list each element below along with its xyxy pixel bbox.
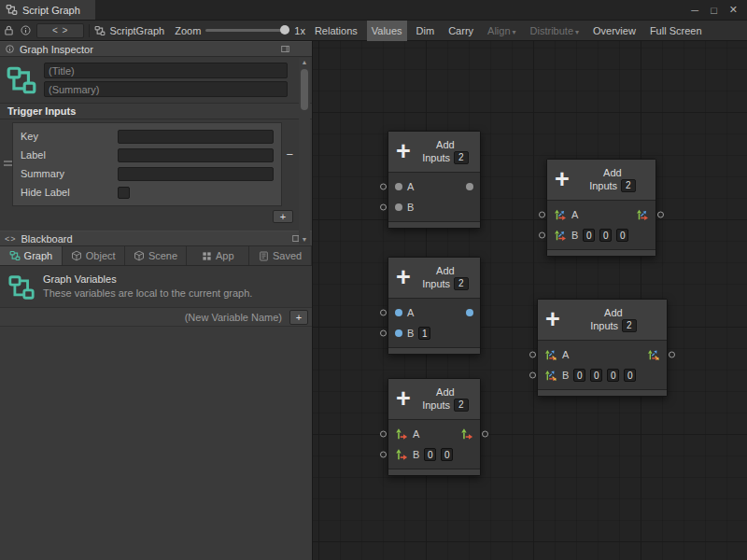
key-label: Key (21, 131, 118, 142)
input-port[interactable] (380, 309, 387, 315)
node-add-inputs-vector4[interactable]: + Add Inputs2 A (537, 299, 668, 397)
inspector-scrollbar[interactable]: ▲ ▼ (299, 58, 310, 245)
input-port[interactable] (380, 451, 387, 457)
trigger-input-item: Key Label Summary Hide Label (12, 122, 282, 206)
value-field[interactable]: 0 (607, 369, 619, 382)
app-tab-icon (202, 251, 212, 261)
node-add-inputs-generic[interactable]: + Add Inputs2 A (388, 131, 481, 229)
minimize-button[interactable]: ─ (691, 5, 698, 16)
node-header: + Add Inputs2 (547, 160, 655, 201)
graph-title-block (0, 57, 312, 103)
tab-graph[interactable]: Graph (0, 246, 63, 265)
distribute-dropdown[interactable]: Distribute▾ (526, 21, 584, 41)
dock-window-icon[interactable] (280, 44, 290, 54)
tab-app[interactable]: App (187, 246, 249, 265)
scrollbar-thumb[interactable] (301, 69, 308, 110)
chevron-down-icon: ▾ (513, 28, 516, 36)
port-label: B (562, 370, 569, 381)
carry-button[interactable]: Carry (444, 21, 478, 41)
port-row-a: A (554, 204, 649, 225)
key-input[interactable] (118, 130, 274, 144)
relations-button[interactable]: Relations (310, 21, 362, 41)
input-count-field[interactable]: 2 (454, 151, 469, 164)
graph-asset-label[interactable]: ScriptGraph (94, 25, 170, 36)
scroll-up-arrow[interactable]: ▲ (302, 58, 308, 67)
close-button[interactable]: ✕ (729, 4, 738, 16)
scroll-down-arrow[interactable]: ▼ (302, 235, 308, 245)
input-count-field[interactable]: 2 (621, 179, 636, 192)
input-port[interactable] (529, 371, 536, 378)
port-label: B (407, 202, 414, 213)
summary-input[interactable] (118, 167, 274, 181)
value-field[interactable]: 0 (616, 229, 628, 242)
dim-button[interactable]: Dim (412, 21, 440, 41)
zoom-handle[interactable] (280, 25, 289, 35)
port-label: B (407, 328, 414, 339)
generic-port-dot[interactable] (395, 183, 402, 190)
input-port[interactable] (539, 211, 545, 217)
add-trigger-input-button[interactable]: + (273, 210, 293, 223)
graph-summary-input[interactable] (44, 81, 288, 97)
zoom-slider[interactable] (205, 29, 289, 32)
node-add-inputs-float[interactable]: + Add Inputs2 A (388, 257, 481, 355)
number-port-dot[interactable] (466, 309, 473, 316)
graph-canvas[interactable]: + Add Inputs2 A (313, 41, 747, 560)
generic-port-dot[interactable] (395, 203, 402, 211)
node-footer (388, 469, 480, 475)
summary-row: Summary (21, 164, 274, 183)
output-port[interactable] (657, 211, 664, 217)
value-field[interactable]: 0 (441, 448, 453, 461)
output-port[interactable] (669, 351, 675, 357)
full-screen-button[interactable]: Full Screen (645, 21, 707, 41)
graph-title-input[interactable] (44, 63, 288, 78)
value-field[interactable]: 0 (624, 369, 636, 382)
input-count-field[interactable]: 2 (454, 277, 469, 290)
align-dropdown[interactable]: Align▾ (483, 21, 520, 41)
port-row-b: B 0 0 (395, 444, 473, 465)
value-field[interactable]: 0 (573, 369, 585, 382)
script-graph-icon (6, 4, 18, 16)
number-port-dot[interactable] (395, 329, 402, 337)
input-count-field[interactable]: 2 (454, 399, 469, 412)
input-port[interactable] (380, 203, 387, 210)
info-icon[interactable] (20, 24, 32, 36)
input-port[interactable] (529, 351, 536, 357)
maximize-button[interactable]: □ (711, 5, 717, 16)
input-port[interactable] (380, 430, 387, 437)
add-variable-button[interactable]: + (289, 310, 308, 325)
value-field[interactable]: 0 (599, 229, 612, 242)
label-input[interactable] (118, 148, 274, 162)
zoom-track[interactable] (205, 29, 289, 32)
value-field[interactable]: 1 (418, 327, 430, 340)
overview-button[interactable]: Overview (588, 21, 641, 41)
node-footer (547, 249, 655, 256)
node-add-inputs-vector3[interactable]: + Add Inputs2 A (546, 159, 656, 257)
tab-saved[interactable]: Saved (249, 246, 312, 265)
remove-item-button[interactable]: − (286, 150, 293, 160)
lock-icon[interactable] (3, 24, 15, 36)
tab-object[interactable]: Object (63, 246, 125, 265)
value-field[interactable]: 0 (590, 369, 602, 382)
value-field[interactable]: 0 (583, 229, 595, 242)
tab-scene[interactable]: Scene (125, 246, 188, 265)
unit-selector-button[interactable]: < > (36, 23, 84, 38)
number-port-dot[interactable] (395, 309, 402, 316)
node-add-inputs-vector2[interactable]: + Add Inputs2 A (388, 378, 481, 476)
input-port[interactable] (380, 183, 387, 189)
input-port[interactable] (380, 329, 387, 336)
zoom-value: 1x (294, 25, 305, 36)
new-variable-input[interactable] (7, 312, 289, 323)
output-port[interactable] (482, 430, 488, 437)
port-label: A (413, 428, 419, 440)
generic-port-dot[interactable] (466, 183, 473, 190)
drag-handle-icon[interactable] (4, 161, 12, 165)
input-count-field[interactable]: 2 (622, 319, 637, 332)
graph-variables-block: Graph Variables These variables are loca… (0, 266, 312, 307)
input-port[interactable] (539, 231, 545, 238)
value-field[interactable]: 0 (424, 448, 436, 461)
add-icon: + (555, 170, 570, 189)
values-button[interactable]: Values (367, 21, 407, 41)
add-icon: + (396, 389, 411, 408)
window-tab[interactable]: Script Graph (0, 0, 95, 20)
hide-label-checkbox[interactable] (118, 187, 130, 199)
